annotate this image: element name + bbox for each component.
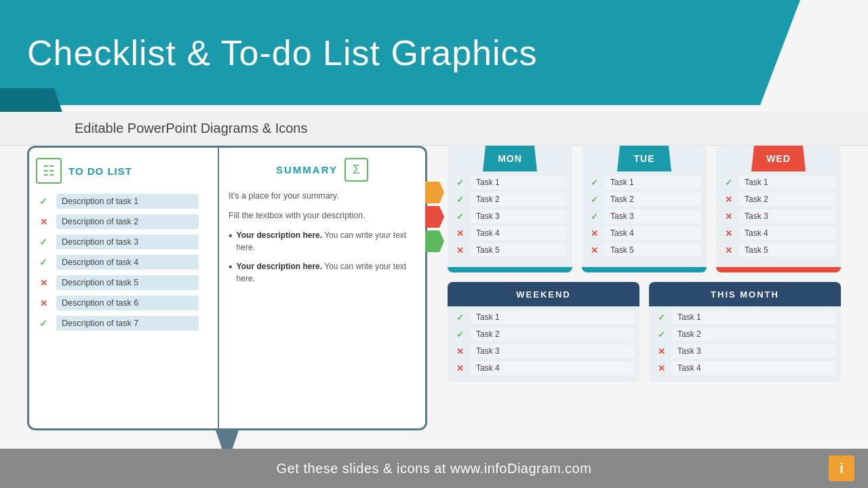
tue-task-2: ✓Task 2 [587, 192, 701, 206]
mon-label-5: Task 5 [471, 243, 567, 257]
month-label-4: Task 4 [672, 361, 835, 375]
cross-icon-5: ✕ [36, 275, 51, 290]
task-label-6: Description of task 6 [56, 296, 199, 310]
tue-check-1: ✓ [587, 176, 601, 189]
bottom-row: WEEKEND ✓Task 1 ✓Task 2 ✕Task 3 ✕Task 4 … [448, 282, 841, 382]
task-row-1: ✓ Description of task 1 [36, 194, 211, 209]
tue-tasks: ✓Task 1 ✓Task 2 ✓Task 3 ✕Task 4 ✕Task 5 [582, 171, 707, 264]
wed-cross-5: ✕ [722, 243, 735, 257]
mon-task-4: ✕Task 4 [453, 226, 567, 240]
footer-logo: i [829, 455, 854, 481]
arrow-tab-orange [425, 182, 444, 203]
tue-label-3: Task 3 [605, 209, 701, 223]
todo-list-icon: ☷ [36, 158, 62, 184]
weekend-label-1: Task 1 [471, 310, 634, 324]
summary-section: SUMMARY Σ It's a place for your summary.… [219, 148, 425, 428]
month-label-1: Task 1 [672, 310, 835, 324]
month-task-2: ✓Task 2 [654, 327, 835, 341]
wed-task-1: ✓Task 1 [722, 176, 835, 189]
task-label-5: Description of task 5 [56, 275, 199, 290]
check-icon-4: ✓ [36, 255, 51, 270]
weekend-header: WEEKEND [448, 282, 639, 306]
mon-cross-5: ✕ [453, 243, 467, 257]
month-title: THIS MONTH [711, 289, 779, 300]
weekend-cross-3: ✕ [453, 344, 467, 358]
cross-icon-2: ✕ [36, 214, 51, 229]
wed-task-4: ✕Task 4 [722, 226, 835, 240]
day-header-wed: WED [716, 146, 841, 171]
weekend-cross-4: ✕ [453, 361, 467, 375]
weekend-label-4: Task 4 [471, 361, 634, 375]
task-row-6: ✕ Description of task 6 [36, 296, 211, 310]
day-label-mon: MON [498, 153, 522, 164]
arrow-tab-red [425, 206, 444, 228]
check-icon-7: ✓ [36, 316, 51, 331]
tue-label-5: Task 5 [605, 243, 701, 257]
day-card-tue: TUE ✓Task 1 ✓Task 2 ✓Task 3 ✕Task 4 ✕Tas… [582, 146, 707, 272]
wed-bottom-bar [716, 267, 841, 272]
tue-check-3: ✓ [587, 209, 601, 223]
month-cross-3: ✕ [654, 344, 668, 358]
day-header-tue: TUE [582, 146, 707, 171]
tue-label-4: Task 4 [605, 226, 701, 240]
bullet-dot-1: • [229, 229, 233, 242]
weekend-task-3: ✕Task 3 [453, 344, 634, 358]
subtitle-text: Editable PowerPoint Diagrams & Icons [75, 121, 308, 136]
mon-check-3: ✓ [453, 209, 467, 223]
summary-intro1: It's a place for your summary. [229, 190, 416, 203]
bullet-text-2: Your description here. You can write you… [237, 260, 416, 285]
tue-label-1: Task 1 [605, 176, 701, 189]
task-row-4: ✓ Description of task 4 [36, 255, 211, 270]
task-label-1: Description of task 1 [56, 194, 199, 209]
todo-header: ☷ TO DO LIST [36, 158, 211, 184]
day-label-tue: TUE [634, 153, 655, 164]
weekend-title: WEEKEND [516, 289, 570, 300]
weekend-label-3: Task 3 [471, 344, 634, 358]
task-row-7: ✓ Description of task 7 [36, 316, 211, 331]
tue-task-3: ✓Task 3 [587, 209, 701, 223]
month-tasks: ✓Task 1 ✓Task 2 ✕Task 3 ✕Task 4 [649, 306, 841, 382]
check-icon-3: ✓ [36, 235, 51, 249]
mon-check-1: ✓ [453, 176, 467, 189]
tue-check-2: ✓ [587, 192, 601, 206]
day-header-bg-mon: MON [483, 146, 537, 171]
mon-task-3: ✓Task 3 [453, 209, 567, 223]
mon-tasks: ✓Task 1 ✓Task 2 ✓Task 3 ✕Task 4 ✕Task 5 [448, 171, 572, 264]
wed-label-2: Task 2 [739, 192, 835, 206]
mon-task-5: ✕Task 5 [453, 243, 567, 257]
wed-label-3: Task 3 [739, 209, 835, 223]
tue-cross-4: ✕ [587, 226, 601, 240]
day-card-wed: WED ✓Task 1 ✕Task 2 ✕Task 3 ✕Task 4 ✕Tas… [716, 146, 841, 272]
summary-title: SUMMARY [276, 164, 338, 176]
day-header-mon: MON [448, 146, 572, 171]
wed-task-2: ✕Task 2 [722, 192, 835, 206]
day-cards-row: MON ✓Task 1 ✓Task 2 ✓Task 3 ✕Task 4 ✕Tas… [448, 146, 841, 272]
main-content: ☷ TO DO LIST ✓ Description of task 1 ✕ D… [27, 146, 841, 447]
month-check-1: ✓ [654, 310, 668, 324]
page-title: Checklist & To-do List Graphics [27, 33, 538, 73]
day-header-bg-tue: TUE [617, 146, 671, 171]
wed-label-5: Task 5 [739, 243, 835, 257]
mon-task-1: ✓Task 1 [453, 176, 567, 189]
month-task-4: ✕Task 4 [654, 361, 835, 375]
tue-task-5: ✕Task 5 [587, 243, 701, 257]
wed-label-1: Task 1 [739, 176, 835, 189]
weekend-task-2: ✓Task 2 [453, 327, 634, 341]
summary-icon: Σ [344, 158, 368, 182]
footer-bar: Get these slides & icons at www.infoDiag… [0, 449, 868, 488]
weekend-tasks: ✓Task 1 ✓Task 2 ✕Task 3 ✕Task 4 [448, 306, 639, 382]
mon-label-4: Task 4 [471, 226, 567, 240]
weekend-task-1: ✓Task 1 [453, 310, 634, 324]
wed-tasks: ✓Task 1 ✕Task 2 ✕Task 3 ✕Task 4 ✕Task 5 [716, 171, 841, 264]
todo-section: ☷ TO DO LIST ✓ Description of task 1 ✕ D… [29, 148, 219, 428]
summary-bullet-2: • Your description here. You can write y… [229, 260, 416, 285]
weekend-label-2: Task 2 [471, 327, 634, 341]
month-cross-4: ✕ [654, 361, 668, 375]
cross-icon-6: ✕ [36, 296, 51, 310]
summary-bullet-1: • Your description here. You can write y… [229, 229, 416, 253]
summary-intro2: Fill the textbox with your description. [229, 209, 416, 222]
wed-cross-4: ✕ [722, 226, 735, 240]
subtitle-bar: Editable PowerPoint Diagrams & Icons [0, 112, 868, 146]
footer-text: Get these slides & icons at www.infoDiag… [277, 461, 592, 476]
summary-header: SUMMARY Σ [229, 158, 416, 182]
